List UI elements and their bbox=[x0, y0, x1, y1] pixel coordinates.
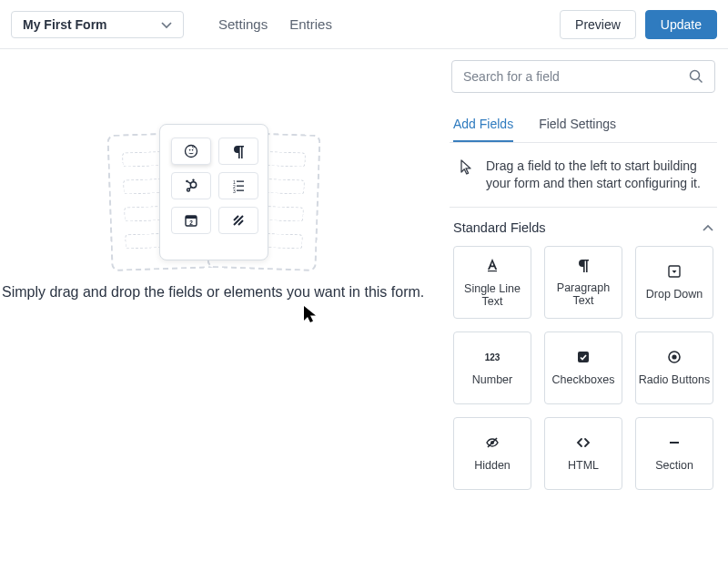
form-selector-label: My First Form bbox=[23, 17, 107, 32]
nav-settings[interactable]: Settings bbox=[218, 16, 268, 32]
tab-add-fields[interactable]: Add Fields bbox=[453, 109, 513, 142]
field-html[interactable]: HTML bbox=[544, 417, 622, 490]
mailchimp-icon bbox=[171, 138, 211, 165]
drag-hint: Drag a field to the left to start buildi… bbox=[450, 143, 717, 208]
minus-icon bbox=[667, 435, 682, 450]
field-drop-down[interactable]: Drop Down bbox=[635, 246, 713, 319]
field-search-input[interactable] bbox=[463, 69, 689, 84]
field-number[interactable]: Number bbox=[453, 332, 531, 404]
field-section[interactable]: Section bbox=[635, 417, 713, 490]
panel-tabs: Add Fields Field Settings bbox=[450, 109, 717, 143]
radio-icon bbox=[667, 350, 682, 364]
date-icon bbox=[171, 207, 211, 234]
field-search[interactable] bbox=[451, 60, 715, 93]
top-nav: Settings Entries bbox=[218, 16, 332, 32]
dropdown-icon bbox=[667, 264, 682, 279]
fields-panel: Add Fields Field Settings Drag a field t… bbox=[446, 49, 728, 561]
field-label: Radio Buttons bbox=[639, 373, 711, 386]
tab-field-settings[interactable]: Field Settings bbox=[539, 109, 616, 142]
fields-grid: Single Line Text Paragraph Text Drop Dow… bbox=[450, 246, 717, 499]
stripes-icon bbox=[218, 207, 258, 234]
nav-entries[interactable]: Entries bbox=[289, 16, 332, 32]
empty-canvas-illustration bbox=[109, 124, 318, 270]
field-single-line-text[interactable]: Single Line Text bbox=[453, 246, 531, 319]
checkbox-icon bbox=[576, 350, 591, 364]
form-canvas[interactable]: Simply drag and drop the fields or eleme… bbox=[0, 49, 446, 561]
number-icon bbox=[483, 350, 501, 364]
field-checkboxes[interactable]: Checkboxes bbox=[544, 332, 622, 404]
field-label: HTML bbox=[568, 459, 599, 472]
paragraph-icon bbox=[218, 138, 258, 165]
drag-hint-text: Drag a field to the left to start buildi… bbox=[486, 158, 712, 192]
field-paragraph-text[interactable]: Paragraph Text bbox=[544, 246, 622, 319]
update-button[interactable]: Update bbox=[645, 10, 717, 39]
field-label: Paragraph Text bbox=[545, 281, 622, 307]
field-label: Hidden bbox=[474, 459, 511, 472]
cursor-outline-icon bbox=[460, 159, 473, 180]
mouse-cursor-icon bbox=[304, 306, 317, 326]
chevron-up-icon bbox=[703, 220, 713, 235]
field-label: Checkboxes bbox=[552, 373, 615, 386]
top-bar: My First Form Settings Entries Preview U… bbox=[0, 0, 728, 49]
preview-button[interactable]: Preview bbox=[560, 10, 636, 39]
search-icon bbox=[689, 69, 703, 84]
ordered-list-icon bbox=[218, 172, 258, 199]
code-icon bbox=[576, 435, 591, 450]
chevron-down-icon bbox=[161, 17, 172, 32]
canvas-caption: Simply drag and drop the fields or eleme… bbox=[2, 284, 424, 301]
field-label: Drop Down bbox=[646, 288, 703, 301]
field-label: Number bbox=[472, 373, 512, 386]
text-format-icon bbox=[484, 257, 500, 273]
section-standard-fields-header[interactable]: Standard Fields bbox=[450, 208, 717, 246]
hubspot-icon bbox=[171, 172, 211, 199]
form-selector-dropdown[interactable]: My First Form bbox=[11, 11, 184, 38]
field-label: Single Line Text bbox=[454, 282, 531, 308]
hidden-icon bbox=[485, 435, 500, 450]
field-label: Section bbox=[655, 459, 693, 472]
field-hidden[interactable]: Hidden bbox=[453, 417, 531, 490]
paragraph-icon bbox=[576, 258, 591, 272]
section-title: Standard Fields bbox=[453, 220, 546, 235]
field-radio-buttons[interactable]: Radio Buttons bbox=[635, 332, 713, 404]
